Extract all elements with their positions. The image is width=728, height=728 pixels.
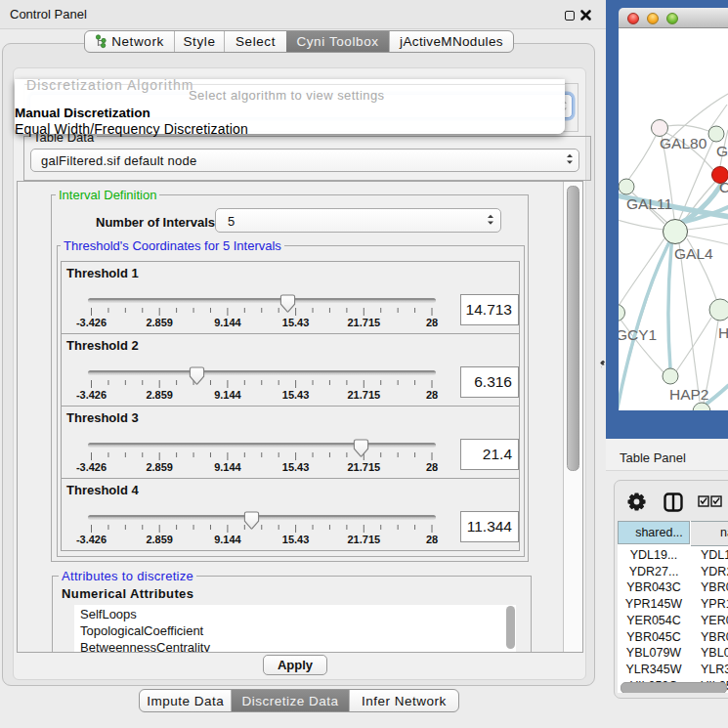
svg-text:HAP2: HAP2	[669, 386, 709, 403]
svg-text:GAL80: GAL80	[660, 135, 707, 151]
svg-text:GAL11: GAL11	[626, 195, 672, 212]
svg-text:CR: CR	[719, 179, 728, 195]
svg-text:GCY1: GCY1	[619, 326, 657, 343]
svg-text:GA: GA	[716, 143, 728, 159]
svg-text:HS: HS	[718, 324, 728, 341]
svg-text:GAL4: GAL4	[674, 245, 713, 262]
